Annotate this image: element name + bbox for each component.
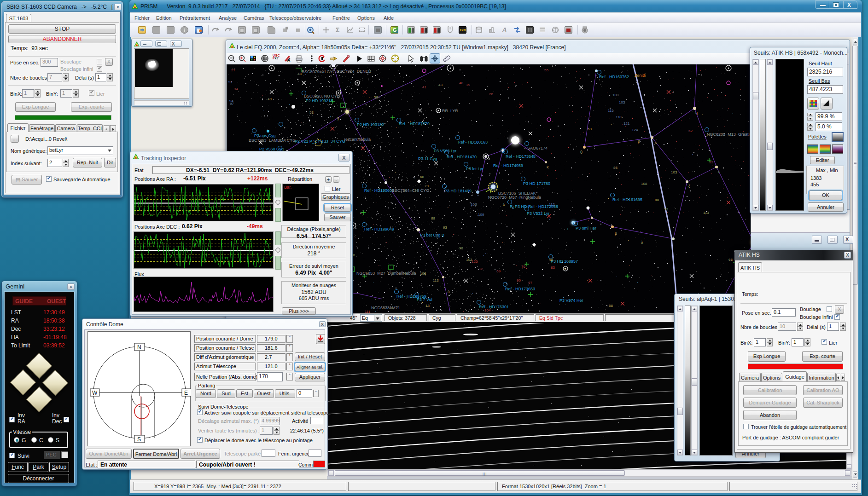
svg-text:W: W [92,390,98,396]
svg-text:S: S [137,436,141,443]
svg-text:N: N [137,344,141,351]
svg-text:E: E [184,390,188,396]
svg-text:A: A [287,58,291,63]
